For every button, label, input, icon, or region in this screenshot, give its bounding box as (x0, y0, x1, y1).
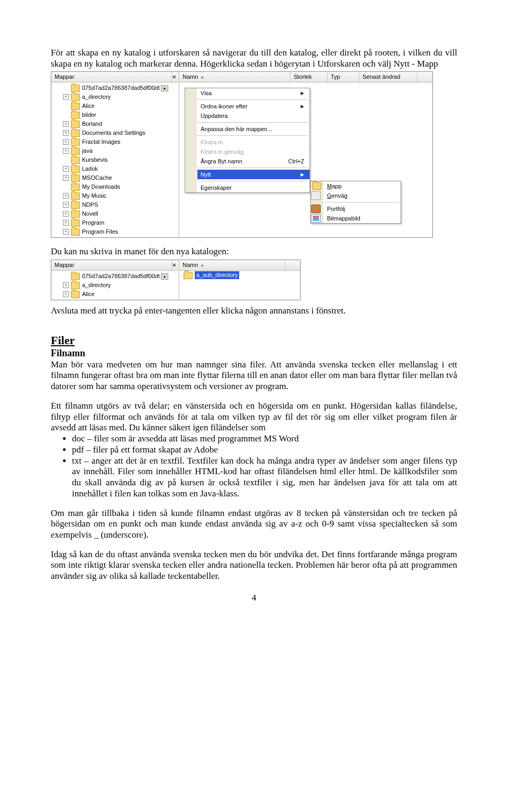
tree-item[interactable]: +java (52, 146, 178, 155)
tree-label: Alice (82, 103, 95, 109)
tree-label: a_directory (82, 94, 111, 100)
filnamn-para-2: Ett filnamn utgörs av två delar; en väns… (51, 401, 457, 433)
tree-item[interactable]: +Borland (52, 119, 178, 128)
tree-item[interactable]: +a_directory (52, 93, 178, 102)
screenshot-new-folder-menu: Mappar ✕ 075d7ad2a786387dad5df00dt▴ +a_d… (51, 71, 433, 238)
menu-item[interactable]: Uppdatera (197, 111, 310, 121)
folder-icon (71, 85, 80, 92)
tree-item[interactable]: +a_directory (52, 281, 178, 290)
expand-icon[interactable]: + (63, 166, 69, 172)
menu-item[interactable]: Genväg (324, 191, 401, 200)
folder-icon (71, 156, 80, 164)
tree-label: My Music (82, 192, 106, 199)
chevron-right-icon: ▶ (301, 172, 304, 178)
folder-icon (71, 94, 80, 101)
screenshot-rename-folder: Mappar ✕ 075d7ad2a786387dad5df00dt▴ +a_d… (51, 260, 301, 300)
tree-item[interactable]: 075d7ad2a786387dad5df00dt▴ (52, 272, 178, 281)
tree-label: Program (82, 219, 104, 226)
bitmap-icon (311, 214, 321, 223)
menu-item[interactable]: Anpassa den här mappen... (197, 124, 310, 134)
scroll-up-icon[interactable]: ▴ (161, 273, 168, 280)
tree-label: Novell (82, 210, 98, 217)
expand-icon[interactable]: + (63, 175, 69, 181)
menu-item[interactable]: Bitmappsbild (324, 214, 401, 223)
tree-label: 075d7ad2a786387dad5df00dt (82, 85, 160, 91)
expand-icon[interactable]: + (63, 291, 69, 297)
tree-item[interactable]: +Program (52, 218, 178, 227)
menu-item[interactable]: Portfölj (324, 204, 401, 214)
column-header[interactable]: Senast ändrad (359, 72, 418, 82)
expand-icon[interactable]: + (63, 282, 69, 288)
expand-icon[interactable]: + (63, 202, 69, 208)
tree-item[interactable]: +Novell (52, 209, 178, 218)
expand-icon[interactable]: + (63, 148, 69, 154)
context-menu[interactable]: Visa▶Ordna ikoner efter▶UppdateraAnpassa… (185, 88, 310, 193)
expand-icon[interactable]: + (63, 94, 69, 100)
new-folder-row[interactable]: a_sub_directory (179, 271, 300, 280)
caption-finish: Avsluta med att trycka på enter-tangente… (51, 306, 457, 317)
tree-item[interactable]: Alice (52, 102, 178, 110)
tree-item[interactable]: +Program Files (52, 227, 178, 236)
folder-icon (71, 130, 80, 137)
tree-label: java (82, 147, 93, 154)
menu-item[interactable]: Visa▶ (197, 88, 310, 98)
tree-item[interactable]: bilder (52, 110, 178, 119)
tree-item[interactable]: +Alice (52, 290, 178, 299)
menu-item: Klistra in genväg (197, 147, 310, 156)
tree-label: Borland (82, 121, 102, 127)
expand-icon[interactable]: + (63, 139, 69, 145)
menu-item[interactable]: Egenskaper (197, 183, 310, 192)
expand-icon[interactable]: + (63, 220, 69, 226)
folder-icon (71, 192, 80, 200)
chevron-right-icon: ▶ (301, 104, 304, 109)
tree-item[interactable]: +Documents and Settings (52, 128, 178, 137)
folders-pane-title: Mappar (51, 260, 172, 270)
folder-icon (71, 228, 80, 236)
folder-icon (71, 291, 80, 298)
tree-item[interactable]: +Ladok (52, 164, 178, 173)
tree-item[interactable]: +Fractal Images (52, 137, 178, 146)
heading-filer: Filer (51, 334, 457, 348)
tree-item[interactable]: 075d7ad2a786387dad5df00dt▴ (52, 84, 178, 93)
tree-item[interactable]: +My Music (52, 191, 178, 200)
tree-label: bilder (82, 112, 96, 118)
tree-item[interactable]: My Downloads (52, 182, 178, 191)
folders-pane-title: Mappar (51, 72, 172, 82)
list-item: pdf – filer på ett format skapat av Adob… (72, 445, 457, 456)
tree-label: Fractal Images (82, 139, 121, 145)
tree-item[interactable]: Kursbevis (52, 155, 178, 164)
menu-item[interactable]: Ångra Byt namnCtrl+Z (197, 156, 310, 166)
close-icon[interactable]: ✕ (172, 262, 176, 269)
folder-icon (71, 139, 80, 146)
context-submenu-new[interactable]: MappGenvägPortföljBitmappsbild (310, 181, 401, 224)
chevron-right-icon: ▶ (301, 90, 304, 96)
expand-icon[interactable]: + (63, 211, 69, 217)
folder-icon (71, 201, 80, 209)
new-folder-name-input[interactable]: a_sub_directory (195, 271, 239, 279)
tree-label: a_directory (82, 282, 111, 289)
tree-label: 075d7ad2a786387dad5df00dt (82, 273, 160, 280)
folder-icon (71, 174, 80, 182)
expand-icon[interactable]: + (63, 130, 69, 136)
tree-item[interactable]: +MSOCache (52, 173, 178, 182)
tree-label: NDPS (82, 201, 98, 208)
menu-item[interactable]: Ordna ikoner efter▶ (197, 102, 310, 111)
column-header[interactable]: Namn (179, 72, 291, 82)
column-header[interactable]: Typ (328, 72, 359, 82)
page-number: 4 (51, 593, 457, 604)
close-icon[interactable]: ✕ (172, 74, 176, 80)
list-item: doc – filer som är avsedda att läsas med… (72, 433, 457, 445)
scroll-up-icon[interactable]: ▴ (161, 85, 168, 91)
expand-icon[interactable]: + (63, 121, 69, 127)
expand-icon[interactable]: + (63, 193, 69, 199)
expand-icon[interactable]: + (63, 229, 69, 235)
menu-item[interactable]: Mapp (324, 181, 401, 191)
filnamn-para-1: Man bör vara medveten om hur man namnger… (51, 359, 457, 392)
menu-item[interactable]: Nytt▶ (197, 170, 310, 179)
extension-list: doc – filer som är avsedda att läsas med… (72, 433, 457, 499)
tree-item[interactable]: +NDPS (52, 200, 178, 209)
column-header[interactable]: Storlek (291, 72, 328, 82)
column-header[interactable]: Namn (179, 260, 285, 270)
folder-icon (71, 103, 80, 110)
folder-icon (71, 112, 80, 119)
